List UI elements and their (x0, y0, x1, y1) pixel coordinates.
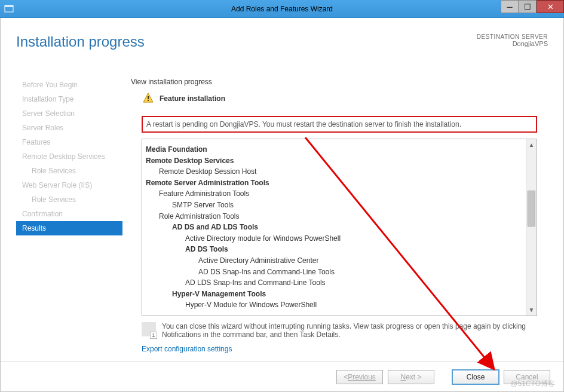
titlebar: Add Roles and Features Wizard ─ ☐ ✕ (0, 0, 564, 18)
scroll-up-icon[interactable]: ▲ (526, 139, 537, 150)
tree-content: Media FoundationRemote Desktop ServicesR… (142, 139, 526, 316)
destination-label: DESTINATION SERVER (477, 33, 548, 40)
destination-server-name: DongjiaVPS (477, 40, 548, 47)
tree-item: Hyper-V Management Tools (146, 289, 522, 300)
restart-pending-message: A restart is pending on DongjiaVPS. You … (142, 116, 537, 133)
tree-item: SMTP Server Tools (146, 200, 522, 211)
hint-text: You can close this wizard without interr… (162, 322, 537, 339)
wizard-step-confirmation: Confirmation (16, 207, 122, 221)
page-title: Installation progress (16, 33, 145, 50)
progress-subtitle: View installation progress (131, 78, 548, 86)
tree-item: AD DS and AD LDS Tools (146, 222, 522, 233)
window-title: Add Roles and Features Wizard (231, 5, 333, 13)
wizard-step-before-you-begin: Before You Begin (16, 78, 122, 92)
tree-item: AD LDS Snap-Ins and Command-Line Tools (146, 277, 522, 289)
scrollbar[interactable]: ▲ ▼ (526, 139, 537, 316)
tree-item: Feature Administration Tools (146, 188, 522, 200)
watermark: @51CTO博客 (510, 379, 555, 389)
close-button[interactable]: Close (452, 370, 499, 384)
svg-text:!: ! (147, 95, 149, 102)
destination-info: DESTINATION SERVER DongjiaVPS (477, 33, 548, 50)
wizard-step-results: Results (16, 221, 122, 235)
minimize-button[interactable]: ─ (501, 0, 519, 13)
feature-installation-label: Feature installation (160, 94, 225, 103)
maximize-button[interactable]: ☐ (519, 0, 537, 13)
svg-rect-1 (5, 5, 13, 7)
system-icon (0, 0, 18, 18)
tree-item: Role Administration Tools (146, 211, 522, 222)
tree-item: Remote Desktop Services (146, 155, 522, 167)
window-buttons: ─ ☐ ✕ (501, 0, 564, 13)
wizard-step-role-services: Role Services (16, 192, 122, 207)
close-wizard-hint: You can close this wizard without interr… (142, 322, 537, 339)
wizard-step-server-selection: Server Selection (16, 106, 122, 121)
tree-item: Hyper-V Module for Windows PowerShell (146, 299, 522, 311)
tree-item: Remote Server Administration Tools (146, 177, 522, 189)
export-configuration-link[interactable]: Export configuration settings (142, 345, 537, 353)
wizard-step-server-roles: Server Roles (16, 121, 122, 135)
wizard-step-web-server-role-iis-: Web Server Role (IIS) (16, 178, 122, 192)
window-close-button[interactable]: ✕ (537, 0, 564, 13)
tree-item: Active Directory Administrative Center (146, 255, 522, 267)
wizard-step-features: Features (16, 135, 122, 149)
feature-installation-row: ! Feature installation (144, 94, 548, 103)
tree-item: Remote Desktop Session Host (146, 166, 522, 177)
scroll-thumb[interactable] (528, 191, 535, 226)
main-panel: View installation progress ! Feature ins… (122, 78, 548, 356)
wizard-footer: < Previous Next > Close Cancel (1, 362, 563, 391)
tree-item: Media Foundation (146, 144, 522, 155)
wizard-step-installation-type: Installation Type (16, 92, 122, 106)
scroll-down-icon[interactable]: ▼ (526, 305, 537, 316)
wizard-step-role-services: Role Services (16, 164, 122, 178)
wizard-steps-sidebar: Before You BeginInstallation TypeServer … (16, 78, 122, 356)
notification-icon (142, 322, 156, 336)
installation-results-tree: Media FoundationRemote Desktop ServicesR… (142, 139, 537, 316)
tree-item: Active Directory module for Windows Powe… (146, 233, 522, 244)
tree-item: AD DS Snap-Ins and Command-Line Tools (146, 267, 522, 278)
previous-button: < Previous (336, 370, 383, 384)
next-button: Next > (388, 370, 434, 384)
tree-item: AD DS Tools (146, 244, 522, 255)
wizard-step-remote-desktop-services: Remote Desktop Services (16, 149, 122, 164)
